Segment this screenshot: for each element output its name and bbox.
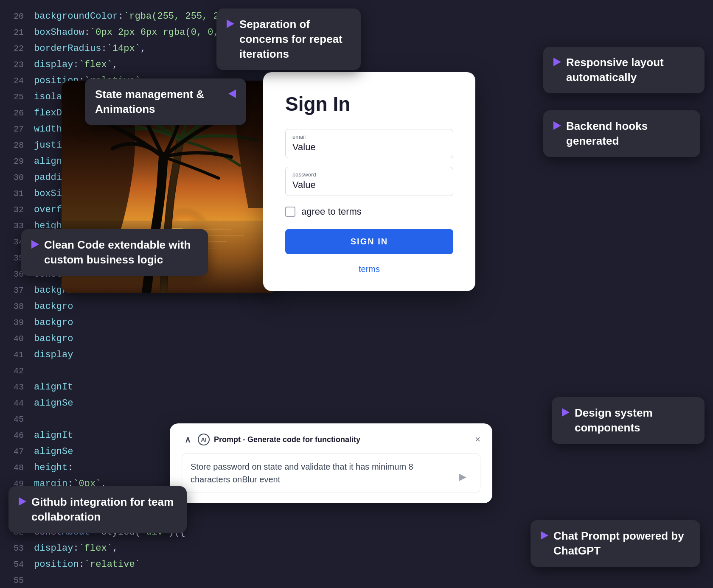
tooltip-arrow-state xyxy=(228,90,236,98)
code-line: 39 backgro xyxy=(0,315,713,331)
ai-icon: AI xyxy=(198,434,210,445)
tooltip-responsive: Responsive layout automatically xyxy=(543,47,705,93)
tooltip-state-text: State management & Animations xyxy=(95,87,223,117)
chat-header: ∧ AI Prompt - Generate code for function… xyxy=(182,434,480,445)
signin-button[interactable]: SIGN IN xyxy=(285,229,453,254)
terms-checkbox-label: agree to terms xyxy=(301,206,362,217)
email-label: email xyxy=(292,134,446,140)
code-line: 43 alignIt xyxy=(0,379,713,395)
tooltip-arrow-backend xyxy=(553,121,561,130)
tooltip-separation: Separation of concerns for repeat iterat… xyxy=(216,8,361,70)
tooltip-arrow-chatgpt xyxy=(541,531,548,540)
chat-message-text: Store password on state and validate tha… xyxy=(191,460,449,486)
tooltip-arrow-separation xyxy=(227,20,234,28)
chat-close-button[interactable]: × xyxy=(475,435,480,444)
chat-prompt-label: Prompt - Generate code for functionality xyxy=(214,435,360,444)
signin-title: Sign In xyxy=(285,92,453,115)
code-line: 38 backgro xyxy=(0,299,713,315)
tooltip-arrow-responsive xyxy=(553,58,561,66)
code-line: 41 display xyxy=(0,347,713,363)
tooltip-arrow-clean xyxy=(31,240,39,249)
tooltip-responsive-text: Responsive layout automatically xyxy=(566,55,694,85)
tooltip-github: Github integration for team collaboratio… xyxy=(8,486,187,533)
tooltip-design: Design system components xyxy=(552,397,705,444)
email-field[interactable]: email Value xyxy=(285,129,453,158)
collapse-icon: ∧ xyxy=(185,434,191,445)
tooltip-clean-text: Clean Code extendable with custom busine… xyxy=(44,238,198,267)
tooltip-arrow-github xyxy=(19,497,26,506)
password-value: Value xyxy=(292,179,446,190)
tooltip-backend: Backend hooks generated xyxy=(543,110,700,157)
tooltip-backend-text: Backend hooks generated xyxy=(566,119,690,148)
chat-send-button[interactable]: ▶ xyxy=(454,468,472,486)
send-icon: ▶ xyxy=(459,471,466,482)
collapse-button[interactable]: ∧ xyxy=(182,434,194,445)
password-field[interactable]: password Value xyxy=(285,167,453,196)
email-value: Value xyxy=(292,142,446,153)
terms-checkbox-row: agree to terms xyxy=(285,206,453,217)
terms-link[interactable]: terms xyxy=(285,264,453,274)
tooltip-separation-text: Separation of concerns for repeat iterat… xyxy=(239,17,351,62)
password-label: password xyxy=(292,171,446,178)
chat-input-area[interactable]: Store password on state and validate tha… xyxy=(182,453,480,493)
code-line: 40 backgro xyxy=(0,331,713,347)
tooltip-arrow-design xyxy=(562,408,570,417)
code-line: 55 xyxy=(0,573,713,588)
signin-card: Sign In email Value password Value agree… xyxy=(263,72,475,291)
tooltip-github-text: Github integration for team collaboratio… xyxy=(31,495,177,524)
tooltip-chatgpt-text: Chat Prompt powered by ChatGPT xyxy=(553,529,690,558)
tooltip-chatgpt: Chat Prompt powered by ChatGPT xyxy=(531,520,700,567)
chat-prompt-card: ∧ AI Prompt - Generate code for function… xyxy=(170,423,492,503)
chat-header-left: ∧ AI Prompt - Generate code for function… xyxy=(182,434,360,445)
tooltip-design-text: Design system components xyxy=(575,406,694,435)
tooltip-state: State management & Animations xyxy=(85,78,246,125)
tooltip-clean: Clean Code extendable with custom busine… xyxy=(21,229,208,276)
code-line: 42 xyxy=(0,363,713,379)
terms-checkbox[interactable] xyxy=(285,207,295,217)
